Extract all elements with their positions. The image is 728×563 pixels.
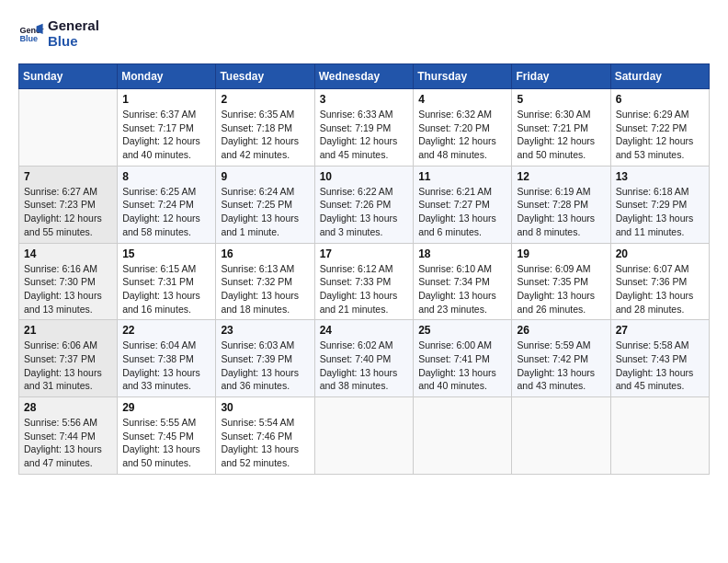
day-number: 3 bbox=[320, 93, 409, 106]
calendar-cell: 22Sunrise: 6:04 AMSunset: 7:38 PMDayligh… bbox=[118, 320, 216, 397]
calendar-cell: 2Sunrise: 6:35 AMSunset: 7:18 PMDaylight… bbox=[216, 89, 314, 167]
day-number: 2 bbox=[221, 93, 309, 106]
day-number: 12 bbox=[517, 170, 605, 183]
calendar-cell: 26Sunrise: 5:59 AMSunset: 7:42 PMDayligh… bbox=[512, 320, 610, 397]
day-number: 17 bbox=[320, 247, 409, 260]
day-info: Sunrise: 5:56 AMSunset: 7:44 PMDaylight:… bbox=[24, 416, 112, 470]
day-number: 5 bbox=[517, 93, 605, 106]
logo-icon: General Blue bbox=[18, 21, 44, 47]
day-number: 30 bbox=[221, 401, 309, 414]
day-info: Sunrise: 6:16 AMSunset: 7:30 PMDaylight:… bbox=[24, 262, 112, 316]
calendar-cell: 13Sunrise: 6:18 AMSunset: 7:29 PMDayligh… bbox=[610, 166, 709, 243]
day-info: Sunrise: 6:19 AMSunset: 7:28 PMDaylight:… bbox=[517, 185, 605, 239]
day-info: Sunrise: 6:24 AMSunset: 7:25 PMDaylight:… bbox=[221, 185, 309, 239]
calendar-cell bbox=[610, 397, 709, 475]
weekday-header: Wednesday bbox=[314, 64, 414, 89]
calendar-header: SundayMondayTuesdayWednesdayThursdayFrid… bbox=[19, 64, 710, 89]
day-number: 25 bbox=[418, 324, 506, 337]
day-info: Sunrise: 6:13 AMSunset: 7:32 PMDaylight:… bbox=[221, 262, 309, 316]
calendar-cell: 15Sunrise: 6:15 AMSunset: 7:31 PMDayligh… bbox=[118, 243, 216, 320]
calendar-cell: 5Sunrise: 6:30 AMSunset: 7:21 PMDaylight… bbox=[512, 89, 610, 167]
calendar-cell: 14Sunrise: 6:16 AMSunset: 7:30 PMDayligh… bbox=[19, 243, 118, 320]
day-number: 24 bbox=[320, 324, 409, 337]
calendar-cell: 17Sunrise: 6:12 AMSunset: 7:33 PMDayligh… bbox=[314, 243, 414, 320]
day-info: Sunrise: 6:02 AMSunset: 7:40 PMDaylight:… bbox=[320, 339, 409, 393]
calendar-cell: 12Sunrise: 6:19 AMSunset: 7:28 PMDayligh… bbox=[512, 166, 610, 243]
weekday-header: Sunday bbox=[19, 64, 118, 89]
weekday-header: Monday bbox=[118, 64, 216, 89]
day-number: 19 bbox=[517, 247, 605, 260]
day-info: Sunrise: 6:22 AMSunset: 7:26 PMDaylight:… bbox=[320, 185, 409, 239]
page-header: General Blue General Blue bbox=[18, 18, 710, 49]
calendar-cell: 20Sunrise: 6:07 AMSunset: 7:36 PMDayligh… bbox=[610, 243, 709, 320]
day-number: 26 bbox=[517, 324, 605, 337]
day-info: Sunrise: 6:09 AMSunset: 7:35 PMDaylight:… bbox=[517, 262, 605, 316]
calendar-cell: 11Sunrise: 6:21 AMSunset: 7:27 PMDayligh… bbox=[414, 166, 512, 243]
day-number: 9 bbox=[221, 170, 309, 183]
weekday-header: Thursday bbox=[414, 64, 512, 89]
calendar-cell: 7Sunrise: 6:27 AMSunset: 7:23 PMDaylight… bbox=[19, 166, 118, 243]
calendar-cell bbox=[314, 397, 414, 475]
day-info: Sunrise: 5:55 AMSunset: 7:45 PMDaylight:… bbox=[122, 416, 210, 470]
calendar-cell: 27Sunrise: 5:58 AMSunset: 7:43 PMDayligh… bbox=[610, 320, 709, 397]
logo-blue: Blue bbox=[48, 34, 99, 50]
logo-general: General bbox=[48, 18, 99, 34]
calendar-cell: 30Sunrise: 5:54 AMSunset: 7:46 PMDayligh… bbox=[216, 397, 314, 475]
calendar-cell: 4Sunrise: 6:32 AMSunset: 7:20 PMDaylight… bbox=[414, 89, 512, 167]
weekday-header: Saturday bbox=[610, 64, 709, 89]
day-info: Sunrise: 6:35 AMSunset: 7:18 PMDaylight:… bbox=[221, 108, 309, 162]
day-info: Sunrise: 6:10 AMSunset: 7:34 PMDaylight:… bbox=[418, 262, 506, 316]
day-number: 8 bbox=[122, 170, 210, 183]
weekday-header: Tuesday bbox=[216, 64, 314, 89]
calendar-cell: 24Sunrise: 6:02 AMSunset: 7:40 PMDayligh… bbox=[314, 320, 414, 397]
day-number: 7 bbox=[24, 170, 112, 183]
calendar-cell bbox=[19, 89, 118, 167]
day-number: 1 bbox=[122, 93, 210, 106]
calendar-cell: 19Sunrise: 6:09 AMSunset: 7:35 PMDayligh… bbox=[512, 243, 610, 320]
day-info: Sunrise: 6:07 AMSunset: 7:36 PMDaylight:… bbox=[616, 262, 704, 316]
calendar-cell: 23Sunrise: 6:03 AMSunset: 7:39 PMDayligh… bbox=[216, 320, 314, 397]
day-number: 28 bbox=[24, 401, 112, 414]
day-info: Sunrise: 6:15 AMSunset: 7:31 PMDaylight:… bbox=[122, 262, 210, 316]
calendar-week-row: 21Sunrise: 6:06 AMSunset: 7:37 PMDayligh… bbox=[19, 320, 710, 397]
day-number: 14 bbox=[24, 247, 112, 260]
weekday-header: Friday bbox=[512, 64, 610, 89]
calendar-week-row: 7Sunrise: 6:27 AMSunset: 7:23 PMDaylight… bbox=[19, 166, 710, 243]
day-number: 6 bbox=[616, 93, 704, 106]
day-number: 13 bbox=[616, 170, 704, 183]
day-info: Sunrise: 6:00 AMSunset: 7:41 PMDaylight:… bbox=[418, 339, 506, 393]
day-info: Sunrise: 6:27 AMSunset: 7:23 PMDaylight:… bbox=[24, 185, 112, 239]
day-number: 11 bbox=[418, 170, 506, 183]
day-number: 27 bbox=[616, 324, 704, 337]
calendar-cell: 8Sunrise: 6:25 AMSunset: 7:24 PMDaylight… bbox=[118, 166, 216, 243]
day-info: Sunrise: 6:25 AMSunset: 7:24 PMDaylight:… bbox=[122, 185, 210, 239]
day-info: Sunrise: 6:18 AMSunset: 7:29 PMDaylight:… bbox=[616, 185, 704, 239]
day-info: Sunrise: 6:04 AMSunset: 7:38 PMDaylight:… bbox=[122, 339, 210, 393]
header-row: SundayMondayTuesdayWednesdayThursdayFrid… bbox=[19, 64, 710, 89]
day-number: 20 bbox=[616, 247, 704, 260]
calendar-cell: 6Sunrise: 6:29 AMSunset: 7:22 PMDaylight… bbox=[610, 89, 709, 167]
calendar-cell: 25Sunrise: 6:00 AMSunset: 7:41 PMDayligh… bbox=[414, 320, 512, 397]
day-number: 10 bbox=[320, 170, 409, 183]
calendar-week-row: 14Sunrise: 6:16 AMSunset: 7:30 PMDayligh… bbox=[19, 243, 710, 320]
day-info: Sunrise: 5:59 AMSunset: 7:42 PMDaylight:… bbox=[517, 339, 605, 393]
calendar-week-row: 1Sunrise: 6:37 AMSunset: 7:17 PMDaylight… bbox=[19, 89, 710, 167]
day-info: Sunrise: 6:32 AMSunset: 7:20 PMDaylight:… bbox=[418, 108, 506, 162]
day-number: 22 bbox=[122, 324, 210, 337]
day-info: Sunrise: 5:58 AMSunset: 7:43 PMDaylight:… bbox=[616, 339, 704, 393]
day-info: Sunrise: 6:37 AMSunset: 7:17 PMDaylight:… bbox=[122, 108, 210, 162]
calendar-cell bbox=[414, 397, 512, 475]
day-info: Sunrise: 6:30 AMSunset: 7:21 PMDaylight:… bbox=[517, 108, 605, 162]
day-number: 23 bbox=[221, 324, 309, 337]
day-number: 29 bbox=[122, 401, 210, 414]
calendar-body: 1Sunrise: 6:37 AMSunset: 7:17 PMDaylight… bbox=[19, 89, 710, 475]
calendar-cell: 1Sunrise: 6:37 AMSunset: 7:17 PMDaylight… bbox=[118, 89, 216, 167]
day-info: Sunrise: 6:29 AMSunset: 7:22 PMDaylight:… bbox=[616, 108, 704, 162]
day-number: 21 bbox=[24, 324, 112, 337]
calendar-cell: 29Sunrise: 5:55 AMSunset: 7:45 PMDayligh… bbox=[118, 397, 216, 475]
day-info: Sunrise: 6:03 AMSunset: 7:39 PMDaylight:… bbox=[221, 339, 309, 393]
calendar-cell: 10Sunrise: 6:22 AMSunset: 7:26 PMDayligh… bbox=[314, 166, 414, 243]
day-info: Sunrise: 5:54 AMSunset: 7:46 PMDaylight:… bbox=[221, 416, 309, 470]
day-info: Sunrise: 6:06 AMSunset: 7:37 PMDaylight:… bbox=[24, 339, 112, 393]
day-info: Sunrise: 6:12 AMSunset: 7:33 PMDaylight:… bbox=[320, 262, 409, 316]
